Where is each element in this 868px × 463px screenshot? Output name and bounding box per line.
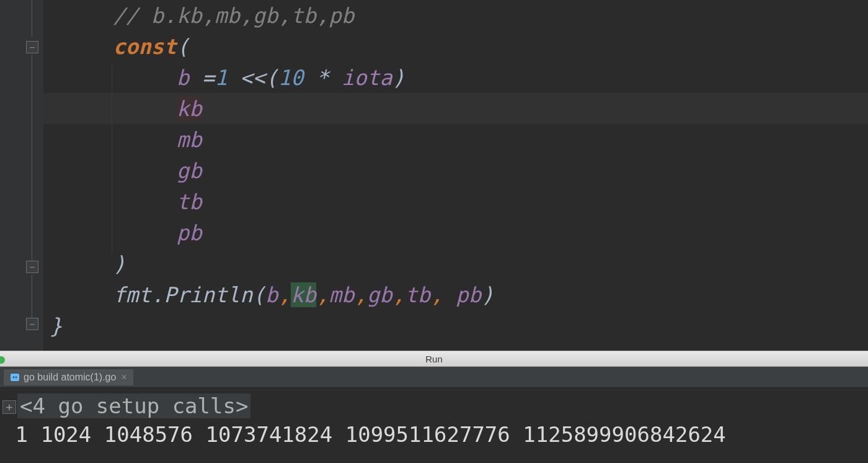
run-tab-bar: go build atomic(1).go ×	[0, 367, 868, 388]
close-icon[interactable]: ×	[121, 372, 126, 383]
fold-marker-end[interactable]: −	[26, 261, 38, 273]
console-output[interactable]: +<4 go setup calls> 1 1024 1048576 10737…	[0, 388, 868, 449]
arg-b: b	[265, 282, 278, 307]
code-line[interactable]: // b.kb,mb,gb,tb,pb	[43, 0, 868, 31]
paren-close: )	[113, 251, 125, 276]
ident-tb: tb	[177, 189, 202, 214]
expand-icon[interactable]: +	[2, 400, 16, 414]
fold-guide	[32, 274, 32, 318]
arg-pb: pb	[456, 282, 481, 307]
folded-summary: <4 go setup calls>	[17, 393, 250, 418]
comma: ,	[392, 282, 405, 307]
svg-rect-0	[11, 374, 19, 381]
paren-close: )	[392, 65, 405, 90]
code-content[interactable]: // b.kb,mb,gb,tb,pb const( b =1 <<(10 * …	[43, 0, 868, 351]
comma: ,	[430, 282, 456, 307]
code-line[interactable]: pb	[43, 217, 868, 248]
tool-window-header[interactable]: Run	[0, 351, 868, 367]
fold-guide	[32, 55, 32, 261]
run-status-indicator	[0, 356, 5, 364]
op-star: *	[303, 65, 341, 90]
code-line[interactable]: gb	[43, 155, 868, 186]
op-shift: <<(	[228, 65, 278, 90]
keyword-const: const	[113, 34, 176, 59]
run-tab[interactable]: go build atomic(1).go ×	[4, 369, 133, 385]
dot: .	[151, 282, 164, 307]
code-line[interactable]: )	[43, 248, 868, 279]
svg-point-1	[13, 376, 15, 378]
num-1: 1	[215, 65, 227, 90]
ident-gb: gb	[177, 158, 202, 183]
paren-open: (	[177, 34, 189, 59]
ident-iota: iota	[342, 65, 392, 90]
ident-mb: mb	[177, 127, 202, 152]
editor-gutter: − − −	[0, 0, 43, 351]
ident-pb: pb	[177, 220, 202, 245]
go-file-icon	[10, 372, 20, 382]
fold-marker-func-end[interactable]: −	[26, 318, 38, 330]
arg-tb: tb	[405, 282, 430, 307]
fold-marker-const[interactable]: −	[26, 41, 38, 53]
num-10: 10	[278, 65, 304, 90]
fold-guide	[32, 0, 32, 37]
brace-close: }	[50, 313, 62, 338]
code-editor[interactable]: − − − // b.kb,mb,gb,tb,pb const( b =1 <<…	[0, 0, 868, 351]
code-line[interactable]: }	[43, 310, 868, 341]
call-open: (	[253, 282, 265, 307]
console-line-folded[interactable]: +<4 go setup calls>	[2, 392, 866, 420]
comma: ,	[278, 282, 291, 307]
run-tab-label: go build atomic(1).go	[24, 372, 116, 383]
console-line-output: 1 1024 1048576 1073741824 1099511627776 …	[2, 420, 866, 449]
ident-kb: kb	[177, 96, 202, 121]
ident-b: b	[177, 65, 189, 90]
arg-mb: mb	[329, 282, 354, 307]
comment: // b.kb,mb,gb,tb,pb	[113, 3, 354, 28]
code-line[interactable]: tb	[43, 186, 868, 217]
comma: ,	[316, 282, 329, 307]
code-line-current[interactable]: kb	[43, 93, 868, 124]
svg-point-2	[16, 376, 17, 378]
indent-guide	[112, 62, 112, 254]
op-eq: =	[189, 65, 215, 90]
pkg-fmt: fmt	[113, 282, 151, 307]
arg-gb: gb	[367, 282, 392, 307]
code-line[interactable]: b =1 <<(10 * iota)	[43, 62, 868, 93]
tool-window-title: Run	[425, 354, 443, 364]
program-output: 1 1024 1048576 1073741824 1099511627776 …	[15, 422, 725, 447]
call-close: )	[481, 282, 494, 307]
code-line[interactable]: mb	[43, 124, 868, 155]
arg-kb: kb	[291, 282, 316, 307]
comma: ,	[354, 282, 366, 307]
code-line[interactable]: const(	[43, 31, 868, 62]
run-panel: go build atomic(1).go × +<4 go setup cal…	[0, 367, 868, 463]
func-println: Println	[164, 282, 252, 307]
code-line[interactable]: fmt.Println(b,kb,mb,gb,tb, pb)	[43, 279, 868, 310]
